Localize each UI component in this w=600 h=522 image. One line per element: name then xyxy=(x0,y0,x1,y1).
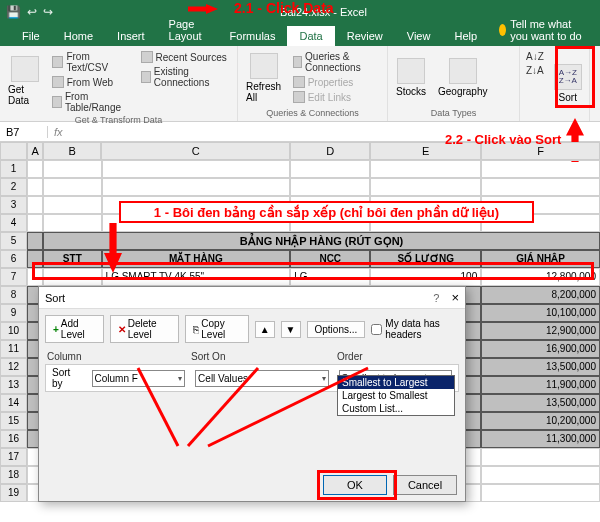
dialog-close-icon[interactable]: × xyxy=(451,290,459,305)
sort-by-combo[interactable]: Column F▾ xyxy=(92,370,186,387)
cell-gianhap[interactable]: 13,500,000 xyxy=(481,358,600,376)
order-option-largest[interactable]: Largest to Smallest xyxy=(338,389,454,402)
header-soluong[interactable]: SỐ LƯỢNG xyxy=(370,250,481,268)
tab-file[interactable]: File xyxy=(10,26,52,46)
cell-d[interactable] xyxy=(290,178,370,196)
row-header[interactable]: 12 xyxy=(0,358,27,376)
order-option-smallest[interactable]: Smallest to Largest xyxy=(338,376,454,389)
row-header[interactable]: 6 xyxy=(0,250,27,268)
row-header[interactable]: 11 xyxy=(0,340,27,358)
cell-gianhap[interactable]: 10,100,000 xyxy=(481,304,600,322)
tab-insert[interactable]: Insert xyxy=(105,26,157,46)
row-header[interactable]: 9 xyxy=(0,304,27,322)
existing-connections-button[interactable]: Existing Connections xyxy=(139,65,233,89)
geography-button[interactable]: Geography xyxy=(434,48,491,107)
row-header[interactable]: 3 xyxy=(0,196,27,214)
get-data-button[interactable]: Get Data xyxy=(4,48,46,114)
refresh-all-button[interactable]: Refresh All xyxy=(242,48,287,107)
row-header[interactable]: 10 xyxy=(0,322,27,340)
cell-b[interactable] xyxy=(43,178,102,196)
cell-c[interactable] xyxy=(102,160,291,178)
cell-gianhap[interactable]: 11,300,000 xyxy=(481,430,600,448)
select-all-corner[interactable] xyxy=(0,142,27,160)
col-c[interactable]: C xyxy=(101,142,290,160)
cell-gianhap[interactable]: 12,900,000 xyxy=(481,322,600,340)
cell-f[interactable] xyxy=(481,160,600,178)
headers-checkbox-label[interactable]: My data has headers xyxy=(371,318,459,340)
cell-a[interactable] xyxy=(27,178,43,196)
from-web-button[interactable]: From Web xyxy=(50,75,135,89)
save-icon[interactable]: 💾 xyxy=(6,5,21,19)
row-header[interactable]: 17 xyxy=(0,448,27,466)
cell-f[interactable] xyxy=(481,448,600,466)
recent-sources-button[interactable]: Recent Sources xyxy=(139,50,233,64)
queries-connections-button[interactable]: Queries & Connections xyxy=(291,50,383,74)
tell-me-box[interactable]: Tell me what you want to do xyxy=(489,14,600,46)
table-title[interactable]: BẢNG NHẬP HÀNG (RÚT GỌN) xyxy=(43,232,600,250)
cell-soluong[interactable]: 100 xyxy=(370,268,481,286)
cell-a[interactable] xyxy=(27,160,43,178)
row-header[interactable]: 15 xyxy=(0,412,27,430)
tab-help[interactable]: Help xyxy=(442,26,489,46)
dialog-help-icon[interactable]: ? xyxy=(433,292,439,304)
cell-mathang[interactable]: LG SMART TV 4K 55" xyxy=(102,268,291,286)
cell-a5[interactable] xyxy=(27,232,43,250)
sort-button[interactable]: A→ZZ→A Sort xyxy=(550,48,586,119)
ok-button[interactable]: OK xyxy=(323,475,387,495)
move-up-button[interactable]: ▲ xyxy=(255,321,275,338)
edit-links-button[interactable]: Edit Links xyxy=(291,90,383,104)
from-table-button[interactable]: From Table/Range xyxy=(50,90,135,114)
row-header[interactable]: 1 xyxy=(0,160,27,178)
tab-formulas[interactable]: Formulas xyxy=(218,26,288,46)
header-gianhap[interactable]: GIÁ NHẬP xyxy=(481,250,600,268)
copy-level-button[interactable]: ⎘Copy Level xyxy=(185,315,248,343)
tab-data[interactable]: Data xyxy=(287,26,334,46)
cell-b[interactable] xyxy=(43,196,102,214)
cell-gianhap[interactable]: 10,200,000 xyxy=(481,412,600,430)
cell-a[interactable] xyxy=(27,214,43,232)
fx-icon[interactable]: fx xyxy=(48,126,69,138)
undo-icon[interactable]: ↩ xyxy=(27,5,37,19)
cell-e[interactable] xyxy=(370,160,481,178)
row-header[interactable]: 8 xyxy=(0,286,27,304)
sort-az-button[interactable]: A↓Z xyxy=(524,50,546,63)
row-header[interactable]: 13 xyxy=(0,376,27,394)
tab-view[interactable]: View xyxy=(395,26,443,46)
tab-home[interactable]: Home xyxy=(52,26,105,46)
move-down-button[interactable]: ▼ xyxy=(281,321,301,338)
header-stt[interactable]: STT xyxy=(43,250,102,268)
cell-a7[interactable] xyxy=(27,268,43,286)
row-header[interactable]: 14 xyxy=(0,394,27,412)
col-a[interactable]: A xyxy=(27,142,43,160)
cell-c[interactable] xyxy=(102,178,291,196)
delete-level-button[interactable]: ✕Delete Level xyxy=(110,315,180,343)
cell-d[interactable] xyxy=(290,160,370,178)
row-header[interactable]: 2 xyxy=(0,178,27,196)
cell-e[interactable] xyxy=(370,178,481,196)
sort-za-button[interactable]: Z↓A xyxy=(524,64,546,77)
options-button[interactable]: Options... xyxy=(307,321,366,338)
col-f[interactable]: F xyxy=(481,142,600,160)
row-header[interactable]: 16 xyxy=(0,430,27,448)
name-box[interactable]: B7 xyxy=(0,126,48,138)
cell-f[interactable] xyxy=(481,178,600,196)
cell-ncc[interactable]: LG xyxy=(290,268,370,286)
stocks-button[interactable]: Stocks xyxy=(392,48,430,107)
header-mathang[interactable]: MẶT HÀNG xyxy=(102,250,291,268)
cell-b[interactable] xyxy=(43,160,102,178)
row-header[interactable]: 5 xyxy=(0,232,27,250)
properties-button[interactable]: Properties xyxy=(291,75,383,89)
cell-b[interactable] xyxy=(43,214,102,232)
tab-review[interactable]: Review xyxy=(335,26,395,46)
cell-f[interactable] xyxy=(481,466,600,484)
row-header[interactable]: 19 xyxy=(0,484,27,502)
cell-f[interactable] xyxy=(481,484,600,502)
sort-on-combo[interactable]: Cell Values▾ xyxy=(195,370,328,387)
col-e[interactable]: E xyxy=(370,142,481,160)
cell-gianhap[interactable]: 16,900,000 xyxy=(481,340,600,358)
headers-checkbox[interactable] xyxy=(371,324,382,335)
from-text-csv-button[interactable]: From Text/CSV xyxy=(50,50,135,74)
cell-gianhap[interactable]: 13,500,000 xyxy=(481,394,600,412)
cell-stt[interactable] xyxy=(43,268,102,286)
add-level-button[interactable]: +Add Level xyxy=(45,315,104,343)
